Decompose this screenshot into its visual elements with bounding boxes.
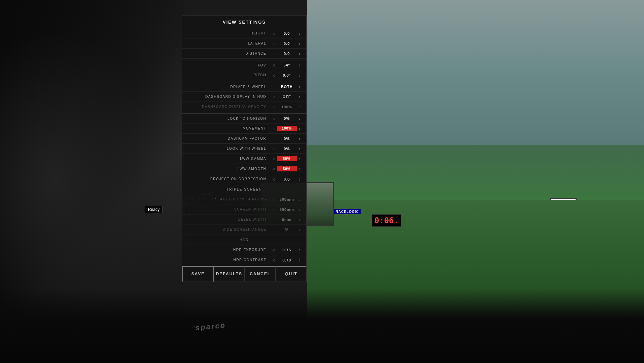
lap-timer: 0:06. xyxy=(372,214,401,227)
screen-width-value: 500mm xyxy=(277,207,297,212)
cancel-button[interactable]: CANCEL xyxy=(245,266,276,282)
screen-width-decrease-btn[interactable]: ‹ xyxy=(271,207,277,212)
dashboard-opacity-decrease-btn: ‹ xyxy=(271,104,277,110)
fov-decrease-btn[interactable]: ‹ xyxy=(271,62,277,68)
setting-label-bezel-width: BEZEL WIDTH xyxy=(186,218,271,221)
quit-button[interactable]: QUIT xyxy=(276,266,306,282)
setting-label-look-wheel: LOOK WITH WHEEL xyxy=(186,147,271,150)
setting-row-side-angle: SIDE SCREEN ANGLE ‹ 0° › xyxy=(182,225,306,235)
movement-increase-btn[interactable]: › xyxy=(297,126,302,131)
hdr-exposure-increase-btn[interactable]: › xyxy=(297,247,302,253)
setting-row-dashboard-opacity: DASHBOARD DISPLAY OPACITY ‹ 100% › xyxy=(182,102,306,112)
lww-smooth-value: 50% xyxy=(277,166,297,171)
setting-row-driver-wheel: DRIVER & WHEEL ‹ BOTH › xyxy=(182,82,306,92)
dashboard-hud-value: OFF xyxy=(277,95,297,99)
projection-value: 0.0 xyxy=(277,177,297,181)
bezel-width-increase-btn[interactable]: › xyxy=(297,217,302,222)
setting-label-driver-wheel: DRIVER & WHEEL xyxy=(186,85,271,89)
dashboard-bg xyxy=(0,289,644,363)
settings-panel: VIEW SETTINGS HEIGHT ‹ 0.0 › LATERAL ‹ 0… xyxy=(182,15,307,282)
turn-sign: ↰ xyxy=(550,198,577,225)
racelogic-display: RACELOGIC xyxy=(334,209,361,214)
driver-wheel-increase-btn[interactable]: › xyxy=(297,84,302,89)
look-wheel-value: 0% xyxy=(277,147,297,151)
movement-value: 100% xyxy=(277,126,297,131)
setting-row-bezel-width: BEZEL WIDTH ‹ 0mm › xyxy=(182,215,306,225)
hdr-exposure-decrease-btn[interactable]: ‹ xyxy=(271,247,277,253)
setting-label-side-angle: SIDE SCREEN ANGLE xyxy=(186,228,271,231)
setting-row-look-wheel: LOOK WITH WHEEL ‹ 0% › xyxy=(182,144,306,154)
distance-decrease-btn[interactable]: ‹ xyxy=(271,51,277,56)
side-angle-increase-btn[interactable]: › xyxy=(297,227,302,232)
projection-decrease-btn[interactable]: ‹ xyxy=(271,176,277,182)
pitch-value: 0.0° xyxy=(277,73,297,77)
setting-label-dashcam: DASHCAM FACTOR xyxy=(186,137,271,140)
lww-gamma-decrease-btn[interactable]: ‹ xyxy=(271,156,277,162)
setting-row-lww-gamma: LWW GAMMA ‹ 50% › xyxy=(182,154,306,164)
setting-label-dashboard-hud: DASHBOARD DISPLAY IN HUD xyxy=(186,95,271,99)
dist-screens-decrease-btn[interactable]: ‹ xyxy=(271,197,277,202)
lock-horizon-increase-btn[interactable]: › xyxy=(297,116,302,121)
setting-label-fov: FOV xyxy=(186,63,271,67)
lww-smooth-increase-btn[interactable]: › xyxy=(297,166,302,172)
dashcam-decrease-btn[interactable]: ‹ xyxy=(271,136,277,141)
look-wheel-decrease-btn[interactable]: ‹ xyxy=(271,146,277,151)
pitch-decrease-btn[interactable]: ‹ xyxy=(271,73,277,78)
panel-title: VIEW SETTINGS xyxy=(182,16,306,28)
dashboard-hud-increase-btn[interactable]: › xyxy=(297,94,302,100)
setting-row-screen-width: SCREEN WIDTH ‹ 500mm › xyxy=(182,204,306,215)
dashcam-increase-btn[interactable]: › xyxy=(297,136,302,141)
lateral-decrease-btn[interactable]: ‹ xyxy=(271,41,277,46)
triple-screen-section: TRIPLE SCREEN xyxy=(182,184,306,194)
screen-width-increase-btn[interactable]: › xyxy=(297,207,302,212)
dashboard-opacity-increase-btn: › xyxy=(297,104,302,110)
setting-row-projection: PROJECTION CORRECTION ‹ 0.0 › xyxy=(182,174,306,184)
height-decrease-btn[interactable]: ‹ xyxy=(271,31,277,36)
panel-buttons: SAVE DEFAULTS CANCEL QUIT xyxy=(182,266,306,282)
fov-value: 54° xyxy=(277,63,297,67)
setting-row-lww-smooth: LWW SMOOTH ‹ 50% › xyxy=(182,164,306,174)
projection-increase-btn[interactable]: › xyxy=(297,176,302,182)
track-barrier xyxy=(509,226,644,236)
distance-value: 0.0 xyxy=(277,52,297,56)
setting-label-hdr-exposure: HDR EXPOSURE xyxy=(186,248,271,252)
distance-increase-btn[interactable]: › xyxy=(297,51,302,56)
setting-label-pitch: PITCH xyxy=(186,73,271,77)
hdr-contrast-value: 0.70 xyxy=(277,258,297,262)
lww-gamma-value: 50% xyxy=(277,156,297,161)
dashboard-hud-decrease-btn[interactable]: ‹ xyxy=(271,94,277,100)
height-increase-btn[interactable]: › xyxy=(297,31,302,36)
lww-smooth-decrease-btn[interactable]: ‹ xyxy=(271,166,277,172)
setting-label-dashboard-opacity: DASHBOARD DISPLAY OPACITY xyxy=(186,105,271,109)
background-scene: ↰ RACELOGIC 0:06. Ready sparco PROJECTED… xyxy=(0,0,644,363)
setting-row-dist-screens: DISTANCE FROM SCREENS ‹ 500mm › xyxy=(182,194,306,204)
hdr-contrast-increase-btn[interactable]: › xyxy=(297,257,302,263)
hdr-section-label: HDR xyxy=(186,236,302,243)
setting-row-hdr-contrast: HDR CONTRAST ‹ 0.70 › xyxy=(182,255,306,265)
side-angle-value: 0° xyxy=(277,228,297,232)
bezel-width-value: 0mm xyxy=(277,218,297,222)
setting-label-hdr-contrast: HDR CONTRAST xyxy=(186,258,271,262)
setting-row-fov: FOV ‹ 54° › xyxy=(182,60,306,70)
lock-horizon-decrease-btn[interactable]: ‹ xyxy=(271,116,277,121)
height-value: 0.0 xyxy=(277,31,297,35)
lateral-value: 0.0 xyxy=(277,41,297,46)
lww-gamma-increase-btn[interactable]: › xyxy=(297,156,302,162)
setting-label-projection: PROJECTION CORRECTION xyxy=(186,177,271,181)
look-wheel-increase-btn[interactable]: › xyxy=(297,146,302,151)
defaults-button[interactable]: DEFAULTS xyxy=(213,266,244,282)
save-button[interactable]: SAVE xyxy=(182,266,213,282)
hdr-contrast-decrease-btn[interactable]: ‹ xyxy=(271,257,277,263)
fov-increase-btn[interactable]: › xyxy=(297,62,302,68)
driver-wheel-decrease-btn[interactable]: ‹ xyxy=(271,84,277,89)
pitch-increase-btn[interactable]: › xyxy=(297,73,302,78)
movement-decrease-btn[interactable]: ‹ xyxy=(271,126,277,131)
bezel-width-decrease-btn[interactable]: ‹ xyxy=(271,217,277,222)
setting-row-lateral: LATERAL ‹ 0.0 › xyxy=(182,38,306,49)
setting-row-dashboard-hud: DASHBOARD DISPLAY IN HUD ‹ OFF › xyxy=(182,92,306,102)
setting-label-dist-screens: DISTANCE FROM SCREENS xyxy=(186,197,271,201)
setting-label-movement: MOVEMENT xyxy=(186,127,271,130)
lateral-increase-btn[interactable]: › xyxy=(297,41,302,46)
dist-screens-increase-btn[interactable]: › xyxy=(297,197,302,202)
side-angle-decrease-btn[interactable]: ‹ xyxy=(271,227,277,232)
